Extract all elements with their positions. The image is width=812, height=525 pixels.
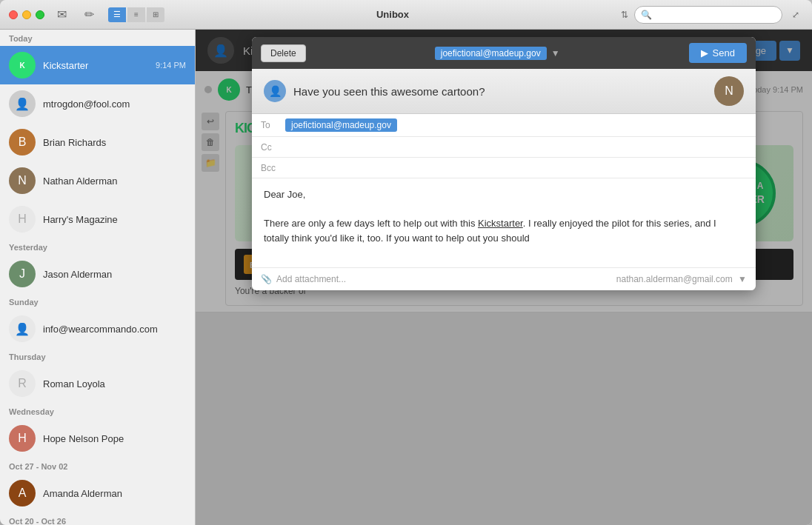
sidebar-item-hope[interactable]: H Hope Nelson Pope [0, 419, 195, 458]
sidebar-item-jason[interactable]: J Jason Alderman [0, 255, 195, 293]
compose-subject[interactable]: Have you seen this awesome cartoon? [293, 85, 707, 98]
grid-view-button[interactable]: ⊞ [147, 7, 164, 22]
wednesday-section-header: Wednesday [0, 403, 195, 419]
roman-name: Roman Loyola [43, 378, 186, 389]
commando-name: info@wearcommando.com [43, 324, 186, 335]
content-area: Delete joefictional@madeup.gov ▼ ▶ Send [196, 30, 812, 525]
thursday-section-header: Thursday [0, 348, 195, 364]
from-address: nathan.alderman@gmail.com ▼ [616, 274, 747, 284]
avatar-kickstarter: K [9, 52, 36, 78]
compose-panel: Delete joefictional@madeup.gov ▼ ▶ Send [252, 37, 756, 290]
person-icon: 👤 [269, 85, 282, 97]
expand-icon[interactable]: ⤢ [788, 7, 803, 22]
compact-view-button[interactable]: ≡ [127, 7, 145, 22]
app-window: ✉ ✏ ☰ ≡ ⊞ Unibox ⇅ 🔍 ⤢ [0, 0, 812, 525]
jason-info: Jason Alderman [43, 269, 186, 280]
jason-name: Jason Alderman [43, 269, 186, 280]
avatar-nathan: N [9, 167, 36, 194]
compose-body[interactable]: Dear Joe, There are only a few days left… [252, 178, 756, 267]
sidebar-item-amanda[interactable]: A Amanda Alderman [0, 474, 195, 512]
compose-toolbar: Delete joefictional@madeup.gov ▼ ▶ Send [252, 37, 756, 69]
titlebar: ✉ ✏ ☰ ≡ ⊞ Unibox ⇅ 🔍 ⤢ [0, 0, 812, 30]
harrys-info: Harry's Magazine [43, 214, 186, 225]
compose-sender-avatar: N [714, 76, 744, 106]
commando-info: info@wearcommando.com [43, 324, 186, 335]
compose-footer: 📎 Add attachment... nathan.alderman@gmai… [252, 267, 756, 290]
avatar-harrys: H [9, 206, 36, 233]
oct20-section-header: Oct 20 - Oct 26 [0, 512, 195, 525]
nathan-info: Nathan Alderman [43, 175, 186, 187]
sidebar-item-mtrogdon[interactable]: 👤 mtrogdon@fool.com [0, 84, 195, 123]
oct27-section-header: Oct 27 - Nov 02 [0, 458, 195, 474]
sidebar-item-nathan[interactable]: N Nathan Alderman [0, 161, 195, 200]
sidebar-item-harrys[interactable]: H Harry's Magazine [0, 200, 195, 238]
sort-control: ⇅ [621, 10, 628, 20]
search-bar: 🔍 [634, 6, 782, 24]
today-section-header: Today [0, 30, 195, 46]
sidebar-item-roman[interactable]: R Roman Loyola [0, 364, 195, 403]
dropdown-arrow[interactable]: ▼ [551, 48, 560, 58]
paperclip-icon: 📎 [261, 274, 272, 284]
hope-name: Hope Nelson Pope [43, 433, 186, 444]
send-button[interactable]: ▶ Send [689, 43, 747, 63]
bcc-input[interactable] [285, 162, 747, 173]
avatar-brian: B [9, 129, 36, 156]
attach-button[interactable]: 📎 Add attachment... [261, 274, 346, 284]
cc-input[interactable] [285, 141, 747, 153]
compose-to-row: To joefictional@madeup.gov [252, 114, 756, 137]
compose-cc-row: Cc [252, 137, 756, 158]
traffic-lights [9, 10, 44, 19]
sidebar-item-kickstarter[interactable]: K Kickstarter 9:14 PM [0, 46, 195, 84]
compose-subject-header: 👤 Have you seen this awesome cartoon? N [252, 69, 756, 114]
minimize-button[interactable] [22, 10, 31, 19]
fullscreen-button[interactable] [36, 10, 44, 19]
compose-user-icon: 👤 [264, 80, 286, 102]
send-icon: ▶ [701, 47, 708, 58]
search-input[interactable] [655, 10, 776, 20]
recipient-badge: joefictional@madeup.gov [435, 47, 547, 60]
brian-info: Brian Richards [43, 137, 186, 148]
close-button[interactable] [9, 10, 18, 19]
kickstarter-time: 9:14 PM [156, 61, 186, 70]
avatar-hope: H [9, 425, 36, 452]
sidebar-item-brian[interactable]: B Brian Richards [0, 123, 195, 161]
window-title: Unibox [170, 9, 615, 20]
mtrogdon-name: mtrogdon@fool.com [43, 98, 186, 110]
mail-icon: ✉ [57, 7, 67, 21]
kickstarter-link[interactable]: Kickstarter [478, 218, 523, 229]
amanda-name: Amanda Alderman [43, 488, 186, 499]
amanda-info: Amanda Alderman [43, 488, 186, 499]
harrys-name: Harry's Magazine [43, 214, 186, 225]
sunday-section-header: Sunday [0, 293, 195, 310]
sidebar-item-commando[interactable]: 👤 info@wearcommando.com [0, 310, 195, 348]
main-area: Today K Kickstarter 9:14 PM 👤 mtrogdon@f… [0, 30, 812, 525]
sidebar: Today K Kickstarter 9:14 PM 👤 mtrogdon@f… [0, 30, 196, 525]
hope-info: Hope Nelson Pope [43, 433, 186, 444]
to-recipient-badge[interactable]: joefictional@madeup.gov [285, 118, 397, 132]
avatar-roman: R [9, 370, 36, 397]
yesterday-section-header: Yesterday [0, 238, 195, 255]
avatar-mtrogdon: 👤 [9, 90, 36, 117]
delete-button[interactable]: Delete [261, 44, 306, 62]
body-line1: Dear Joe, [264, 187, 744, 202]
avatar-jason: J [9, 261, 36, 287]
kickstarter-info: Kickstarter [43, 60, 148, 71]
bcc-label: Bcc [261, 163, 279, 173]
body-line2: There are only a few days left to help o… [264, 216, 744, 245]
list-view-button[interactable]: ☰ [108, 7, 126, 22]
compose-overlay: Delete joefictional@madeup.gov ▼ ▶ Send [196, 30, 812, 525]
kickstarter-name: Kickstarter [43, 60, 148, 71]
to-label: To [261, 120, 279, 130]
compose-icon[interactable]: ✏ [79, 7, 99, 22]
cc-label: Cc [261, 142, 279, 153]
compose-bcc-row: Bcc [252, 158, 756, 178]
roman-info: Roman Loyola [43, 378, 186, 389]
view-switcher: ☰ ≡ ⊞ [108, 7, 164, 22]
recipient-area: joefictional@madeup.gov ▼ [435, 47, 560, 60]
mtrogdon-info: mtrogdon@fool.com [43, 98, 186, 110]
nathan-name: Nathan Alderman [43, 175, 186, 187]
brian-name: Brian Richards [43, 137, 186, 148]
avatar-commando: 👤 [9, 315, 36, 342]
from-dropdown-arrow[interactable]: ▼ [738, 274, 747, 284]
avatar-amanda: A [9, 480, 36, 506]
